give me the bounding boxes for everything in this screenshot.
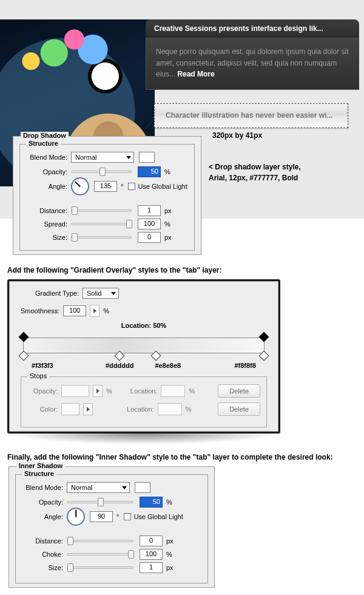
angle-input[interactable]: 90 [90,511,113,522]
smoothness-stepper[interactable] [90,305,99,317]
opacity-label: Opacity: [19,498,67,506]
size-input[interactable]: 0 [138,232,161,243]
panel-title: Drop Shadow [21,132,69,139]
angle-input[interactable]: 135 [94,181,117,192]
choke-slider[interactable] [128,550,134,559]
choke-label: Choke: [19,551,67,558]
stop-opacity-input[interactable] [61,385,89,397]
opacity-input[interactable]: 50 [140,497,163,508]
size-slider[interactable] [72,233,78,242]
distance-label: Distance: [24,207,71,214]
panel-subtitle: Structure [26,140,61,147]
panel-shadow [7,433,280,444]
opacity-slider[interactable] [99,168,106,176]
inner-shadow-caption: Finally, add the following "Inner Shadow… [7,453,357,461]
angle-dial[interactable] [67,508,85,526]
inner-shadow-panel: Inner Shadow Structure Blend Mode: Norma… [8,466,215,588]
color-stop[interactable] [150,351,161,361]
color-stop[interactable] [19,351,29,361]
drop-shadow-panel: Drop Shadow Structure Blend Mode: Normal… [13,136,201,255]
distance-input[interactable]: 1 [138,205,161,216]
sub-tab-text: Character illustration has never been ea… [166,111,332,120]
headline-tab[interactable]: Creative Sessions presents interface des… [146,19,359,38]
stage: Creative Sessions presents interface des… [0,0,364,219]
distance-label: Distance: [19,537,67,545]
stop-location-input[interactable] [161,385,185,397]
headline-panel: Creative Sessions presents interface des… [146,19,359,90]
stops-group: Stops Opacity: % Location: % Delete Colo… [21,376,267,427]
blend-mode-label: Blend Mode: [24,154,71,161]
blend-mode-label: Blend Mode: [19,484,67,491]
panel-subtitle: Structure [22,470,56,477]
shadow-color-swatch[interactable] [135,482,150,493]
side-note-line2: Arial, 12px, #777777, Bold [209,172,330,183]
stop-location-label: Location: [130,387,158,395]
stop-color-swatch[interactable] [61,403,79,415]
opacity-slider[interactable] [98,498,104,506]
spread-label: Spread: [24,220,71,228]
angle-label: Angle: [19,513,67,520]
gradient-type-label: Gradient Type: [35,290,79,297]
gradient-type-select[interactable]: Solid [83,288,119,299]
use-global-light-label: Use Global Light [138,183,187,190]
opacity-label: Opacity: [24,168,71,175]
gradient-editor-panel: Gradient Type: Solid Smoothness: 100 % L… [7,279,280,433]
panel-title: Inner Shadow [16,462,65,469]
use-global-light-checkbox[interactable] [124,513,131,520]
headline-title: Creative Sessions presents interface des… [154,24,323,33]
stop-color-picker[interactable] [83,403,93,415]
use-global-light-checkbox[interactable] [128,183,135,190]
side-notes: < Drop shadow layer style, Arial, 12px, … [209,162,330,183]
location-readout: Location: 50% [17,322,271,329]
size-slider[interactable] [67,563,73,572]
use-global-light-label: Use Global Light [133,513,183,520]
sub-tab[interactable]: Character illustration has never been ea… [154,103,348,128]
distance-slider[interactable] [67,537,73,545]
delete-color-stop-button[interactable]: Delete [218,403,260,416]
angle-label: Angle: [24,183,71,190]
shadow-color-swatch[interactable] [139,152,155,163]
opacity-stop[interactable] [19,332,29,342]
headline-body: Neque porro quisquam est, qui dolorem ip… [146,38,359,90]
blend-mode-select[interactable]: Normal [71,152,134,163]
opacity-input[interactable]: 50 [138,166,161,177]
choke-input[interactable]: 100 [140,549,163,560]
color-stop[interactable] [115,351,125,361]
spread-slider[interactable] [126,220,132,228]
spread-input[interactable]: 100 [138,219,161,229]
opacity-stop[interactable] [259,332,269,342]
color-stop[interactable] [259,351,269,361]
size-input[interactable]: 1 [140,562,163,573]
gradient-color-values: #f3f3f3 #dddddd #e8e8e8 #f8f8f8 [23,362,265,370]
distance-input[interactable]: 0 [140,536,163,546]
smoothness-input[interactable]: 100 [63,305,86,316]
stop-location-input2[interactable] [158,403,182,415]
delete-opacity-stop-button[interactable]: Delete [218,384,260,398]
angle-dial[interactable] [71,177,89,195]
size-label: Size: [24,234,71,241]
distance-slider[interactable] [72,206,78,215]
gradient-caption: Add the following "Gradient Overlay" sty… [7,266,357,274]
size-label: Size: [19,564,67,571]
stop-opacity-label: Opacity: [27,387,58,395]
stop-color-label: Color: [27,406,58,413]
stop-opacity-stepper[interactable] [93,385,103,397]
side-note-line1: < Drop shadow layer style, [209,162,330,172]
read-more-link[interactable]: Read More [177,70,214,78]
stop-location-label2: Location: [127,406,154,413]
smoothness-label: Smoothness: [21,307,59,314]
blend-mode-select[interactable]: Normal [67,482,130,493]
sub-tab-size-note: 320px by 41px [212,131,262,140]
gradient-preview[interactable] [23,338,265,353]
